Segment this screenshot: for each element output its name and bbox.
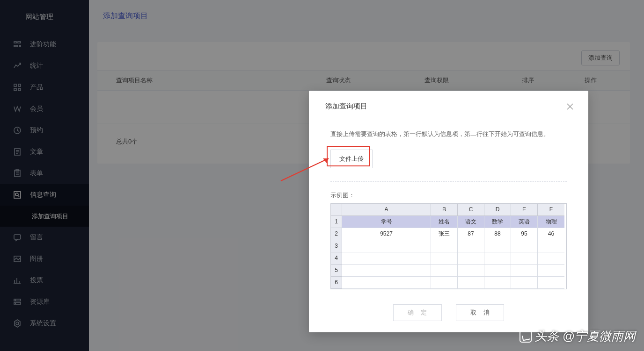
cancel-button[interactable]: 取 消 [456, 304, 505, 321]
modal-title: 添加查询项目 [325, 102, 367, 111]
sheet-row-2: 2 9527 张三 87 88 95 46 [331, 228, 566, 240]
cell-C1: 语文 [458, 216, 484, 228]
rowhead-3: 3 [331, 240, 342, 252]
rowhead-5: 5 [331, 265, 342, 277]
upload-wrap: 文件上传 [330, 150, 373, 168]
cell-C2: 87 [458, 228, 484, 240]
sheet-row-6: 6 [331, 277, 566, 289]
cell-D2: 88 [484, 228, 511, 240]
col-A: A [342, 204, 431, 216]
file-upload-button[interactable]: 文件上传 [330, 150, 373, 168]
sheet-row-5: 5 [331, 265, 566, 277]
cell-A1: 学号 [342, 216, 431, 228]
example-spreadsheet: A B C D E F 1 学号 姓名 语文 数学 英语 物理 2 9527 张… [330, 203, 567, 289]
sheet-row-4: 4 [331, 252, 566, 265]
col-D: D [484, 204, 511, 216]
cell-B2: 张三 [431, 228, 458, 240]
modal-header: 添加查询项目 [309, 91, 588, 119]
close-icon[interactable] [566, 102, 574, 111]
rowhead-4: 4 [331, 252, 342, 265]
modal-footer: 确 定 取 消 [330, 304, 567, 321]
cell-E2: 95 [511, 228, 538, 240]
cell-F2: 46 [538, 228, 564, 240]
sheet-row-1: 1 学号 姓名 语文 数学 英语 物理 [331, 216, 566, 228]
col-E: E [511, 204, 538, 216]
watermark-logo-icon [520, 330, 532, 343]
sheet-col-header-row: A B C D E F [331, 204, 566, 216]
add-query-modal: 添加查询项目 直接上传需要查询的表格，第一行默认为信息项，第二行往下开始为可查询… [309, 91, 588, 332]
example-label: 示例图： [330, 191, 567, 200]
col-B: B [431, 204, 458, 216]
cell-E1: 英语 [511, 216, 538, 228]
modal-hint: 直接上传需要查询的表格，第一行默认为信息项，第二行往下开始为可查询信息。 [330, 129, 567, 139]
cell-F1: 物理 [538, 216, 564, 228]
cell-B1: 姓名 [431, 216, 458, 228]
rowhead-6: 6 [331, 277, 342, 289]
sheet-row-3: 3 [331, 240, 566, 252]
rowhead-2: 2 [331, 228, 342, 240]
rowhead-1: 1 [331, 216, 342, 228]
col-F: F [538, 204, 564, 216]
dashed-separator [330, 181, 567, 182]
watermark-text: 头条 @宁夏微雨网 [534, 328, 636, 344]
confirm-button[interactable]: 确 定 [393, 304, 442, 321]
modal-body: 直接上传需要查询的表格，第一行默认为信息项，第二行往下开始为可查询信息。 文件上… [309, 119, 588, 321]
sheet-corner [331, 204, 342, 216]
cell-D1: 数学 [484, 216, 511, 228]
cell-A2: 9527 [342, 228, 431, 240]
watermark: 头条 @宁夏微雨网 [520, 328, 636, 344]
col-C: C [458, 204, 484, 216]
